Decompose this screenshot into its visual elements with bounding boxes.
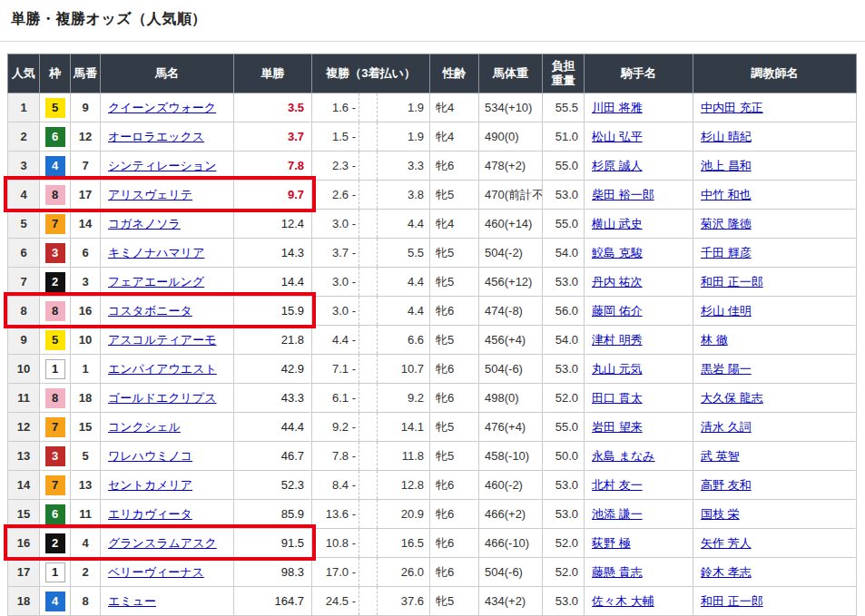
jockey-link[interactable]: 柴田 裕一郎 [592,188,654,201]
trainer-link[interactable]: 矢作 芳人 [701,536,752,550]
jockey-link[interactable]: 北村 友一 [592,478,643,492]
trainer-link[interactable]: 千田 輝彦 [701,246,752,259]
win-odds-cell: 85.9 [234,500,312,529]
horse-link[interactable]: アリスヴェリテ [108,188,192,201]
jockey-link[interactable]: 佐々木 大輔 [592,594,654,608]
trainer-link[interactable]: 池上 昌和 [701,159,752,172]
win-odds-cell: 42.9 [234,355,312,384]
place-odds-high-cell: 1.9 [378,122,430,152]
trainer-link[interactable]: 和田 正一郎 [701,594,763,608]
trainer-link[interactable]: 黒岩 陽一 [701,362,752,376]
table-row: 347シンティレーション7.82.3 -3.3牝6478(+2)55.0杉原 誠… [8,152,857,181]
frame-badge: 6 [45,127,65,147]
trainer-link[interactable]: 中竹 和也 [701,188,752,201]
place-odds-high-cell: 14.1 [378,413,430,442]
horse-name-cell: エンパイアウエスト [101,355,234,384]
load-weight-cell: 53.0 [543,181,585,210]
trainer-cell: 中竹 和也 [693,181,857,210]
jockey-link[interactable]: 池添 謙一 [592,507,643,521]
jockey-link[interactable]: 荻野 極 [592,536,631,550]
table-row: 1848エミュー164.724.5 -37.6牝5434(+2)53.0佐々木 … [8,587,857,616]
place-odds-low-cell: 13.6 - [312,500,359,529]
jockey-cell: 藤懸 貴志 [585,558,693,587]
header-row: 人気 枠 馬番 馬名 単勝 複勝（3着払い） 性齢 馬体重 負担重量 騎手名 調… [8,54,857,93]
load-weight-cell: 55.0 [543,210,585,239]
horse-link[interactable]: キミノナハマリア [108,246,204,259]
jockey-link[interactable]: 鮫島 克駿 [592,246,643,259]
horse-link[interactable]: コガネノソラ [108,217,181,230]
rank-cell: 14 [8,471,40,500]
trainer-link[interactable]: 杉山 佳明 [701,304,752,318]
trainer-link[interactable]: 菊沢 隆徳 [701,217,752,230]
jockey-link[interactable]: 藤懸 貴志 [592,565,643,579]
jockey-cell: 北村 友一 [585,471,693,500]
trainer-link[interactable]: 和田 正一郎 [701,275,763,288]
horse-link[interactable]: オーロラエックス [108,130,204,143]
horse-link[interactable]: コスタボニータ [108,304,192,318]
horse-link[interactable]: ゴールドエクリプス [108,391,216,405]
jockey-link[interactable]: 松山 弘平 [592,130,643,143]
trainer-link[interactable]: 清水 久詞 [701,420,752,434]
col-header-sex-age: 性齢 [430,54,479,93]
win-odds-cell: 44.4 [234,413,312,442]
place-odds-separator-cell [359,558,378,587]
jockey-link[interactable]: 岩田 望来 [592,420,643,434]
horse-link[interactable]: フェアエールング [108,275,204,288]
horse-weight-cell: 456(+4) [479,326,543,355]
trainer-cell: 中内田 充正 [693,93,857,122]
place-odds-high-cell: 9.2 [378,384,430,413]
place-odds-separator-cell [359,152,378,181]
horse-link[interactable]: シンティレーション [108,159,216,172]
table-row: 5714コガネノソラ12.43.0 -4.4牝4460(+14)55.0横山 武… [8,210,857,239]
trainer-link[interactable]: 高野 友和 [701,478,752,492]
sex-age-cell: 牝4 [430,93,479,122]
horse-number-cell: 1 [71,355,101,384]
jockey-link[interactable]: 横山 武史 [592,217,643,230]
frame-cell: 7 [40,471,71,500]
trainer-link[interactable]: 武 英智 [701,449,740,463]
trainer-link[interactable]: 国枝 栄 [701,507,740,521]
frame-badge: 7 [45,214,65,234]
jockey-link[interactable]: 田口 貫太 [592,391,643,405]
horse-link[interactable]: エミュー [108,594,156,608]
jockey-link[interactable]: 丸山 元気 [592,362,643,376]
col-header-load-weight: 負担重量 [543,54,585,93]
frame-badge: 3 [45,446,65,466]
rank-cell: 8 [8,297,40,326]
trainer-cell: 国枝 栄 [693,500,857,529]
table-row: 15611エリカヴィータ85.913.6 -20.9牝6466(+2)53.0池… [8,500,857,529]
horse-link[interactable]: エリカヴィータ [108,507,192,521]
jockey-link[interactable]: 津村 明秀 [592,333,643,347]
table-row: 1624グランスラムアスク91.510.8 -16.5牝6466(-10)52.… [8,529,857,558]
place-odds-low-cell: 4.4 - [312,326,359,355]
horse-name-cell: キミノナハマリア [101,239,234,268]
horse-link[interactable]: コンクシェル [108,420,181,434]
horse-number-cell: 17 [71,181,101,210]
load-weight-cell: 55.0 [543,152,585,181]
horse-number-cell: 18 [71,384,101,413]
trainer-link[interactable]: 中内田 充正 [701,101,763,114]
rank-cell: 1 [8,93,40,122]
trainer-link[interactable]: 杉山 晴紀 [701,130,752,143]
horse-link[interactable]: アスコルティアーモ [108,333,216,347]
place-odds-high-cell: 10.7 [378,355,430,384]
horse-link[interactable]: ベリーヴィーナス [108,565,204,579]
rank-cell: 2 [8,122,40,152]
horse-link[interactable]: クイーンズウォーク [108,101,216,114]
horse-link[interactable]: セントカメリア [108,478,192,492]
horse-link[interactable]: グランスラムアスク [108,536,217,550]
horse-number-cell: 14 [71,210,101,239]
jockey-link[interactable]: 杉原 誠人 [592,159,643,172]
jockey-link[interactable]: 藤岡 佑介 [592,304,643,318]
jockey-link[interactable]: 川田 将雅 [592,101,643,114]
horse-link[interactable]: エンパイアウエスト [108,362,217,376]
jockey-link[interactable]: 丹内 祐次 [592,275,643,288]
trainer-link[interactable]: 大久保 龍志 [701,391,763,405]
horse-link[interactable]: ワレハウミノコ [108,449,192,463]
jockey-link[interactable]: 永島 まなみ [592,449,655,463]
win-odds-cell: 164.7 [234,587,312,616]
trainer-link[interactable]: 鈴木 孝志 [701,565,752,579]
horse-weight-cell: 460(+14) [479,210,543,239]
trainer-link[interactable]: 林 徹 [701,333,728,347]
jockey-cell: 田口 貫太 [585,384,693,413]
